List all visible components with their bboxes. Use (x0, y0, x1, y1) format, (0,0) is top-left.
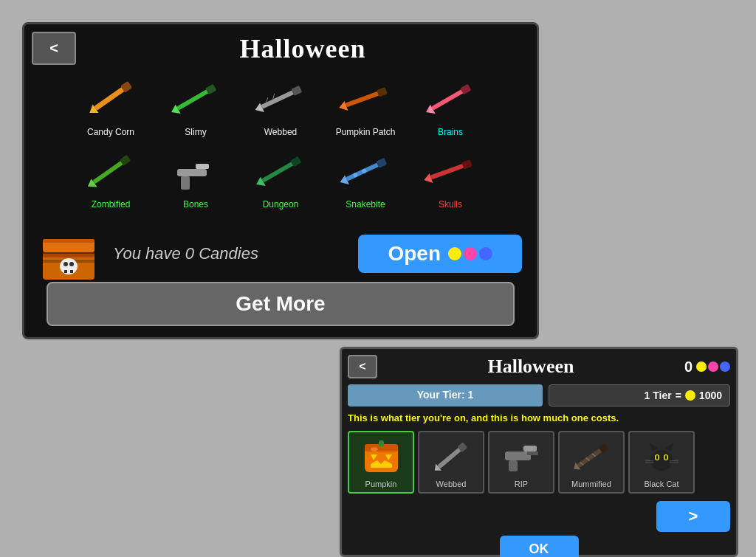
next-row: > (348, 501, 730, 532)
candies-text: You have 0 Candies (113, 244, 343, 263)
svg-marker-67 (649, 442, 658, 452)
knife-img-webbed (250, 72, 312, 124)
candy-count-value: 0 (684, 359, 693, 376)
bottom-panel-header: < Halloween 0 (348, 355, 730, 378)
knife-item-bones[interactable]: Bones (159, 145, 233, 210)
ball-pink-sm (708, 361, 718, 372)
knife-img-slimy (165, 72, 227, 124)
item-webbed[interactable]: Webbed (418, 431, 484, 494)
knife-item-dungeon[interactable]: Dungeon (244, 145, 317, 210)
knife-item-zombified[interactable]: Zombified (74, 145, 148, 210)
ball-blue (479, 247, 492, 260)
svg-rect-45 (43, 239, 94, 243)
top-panel-title: Halloween (76, 33, 529, 64)
item-label-pumpkin: Pumpkin (365, 480, 397, 488)
knife-item-brains[interactable]: Brains (413, 72, 487, 137)
ok-button[interactable]: OK (500, 536, 579, 557)
next-button[interactable]: > (656, 501, 730, 532)
knife-img-dungeon (250, 145, 312, 196)
knife-img-skulls (419, 145, 482, 196)
knife-label-zombified: Zombified (92, 199, 131, 210)
svg-rect-41 (64, 270, 67, 273)
black-cat-icon (639, 436, 684, 477)
bottom-candy-count: 0 (684, 359, 730, 376)
top-panel-header: < Halloween (32, 32, 529, 65)
svg-rect-21 (196, 164, 209, 169)
info-text: This is what tier you're on, and this is… (348, 412, 730, 423)
top-back-button[interactable]: < (32, 32, 76, 65)
candy-balls (448, 247, 492, 260)
ball-eq (685, 390, 695, 401)
knife-row-2: Zombified Bones (32, 145, 529, 210)
pumpkin-icon (359, 436, 403, 477)
svg-point-72 (664, 455, 667, 460)
knife-label-webbed: Webbed (264, 127, 297, 137)
equals-sign: = (676, 390, 681, 401)
knife-item-snakebite[interactable]: Snakebite (329, 145, 402, 210)
item-rip[interactable]: RIP (488, 431, 554, 494)
ball-pink (464, 247, 477, 260)
knife-item-webbed[interactable]: Webbed (244, 72, 317, 137)
knife-item-skulls[interactable]: Skulls (413, 145, 487, 210)
get-more-button[interactable]: Get More (47, 282, 515, 326)
item-label-mummified: Mummified (571, 480, 611, 488)
knife-img-zombified (80, 145, 142, 196)
knife-img-candy-corn (80, 72, 142, 124)
knife-img-brains (419, 72, 482, 124)
items-row: Pumpkin Webbed (348, 431, 730, 494)
svg-rect-11 (346, 89, 383, 106)
svg-rect-22 (181, 176, 190, 190)
knife-label-pumpkin-patch: Pumpkin Patch (336, 127, 396, 137)
open-button[interactable]: Open (358, 235, 522, 273)
knife-img-bones (165, 145, 227, 196)
open-label: Open (388, 242, 441, 266)
svg-rect-58 (509, 460, 518, 471)
mummified-icon (569, 436, 614, 477)
bottom-panel-title: Halloween (377, 356, 684, 378)
knife-item-pumpkin-patch[interactable]: Pumpkin Patch (329, 72, 402, 137)
item-label-black-cat: Black Cat (644, 480, 678, 488)
item-mummified[interactable]: Mummified (558, 431, 625, 494)
svg-rect-51 (379, 440, 384, 446)
svg-rect-20 (177, 169, 207, 176)
svg-rect-57 (523, 446, 537, 452)
tier-cost-label: 1 Tier (645, 390, 672, 401)
svg-rect-43 (67, 270, 70, 273)
knife-item-slimy[interactable]: Slimy (159, 72, 233, 137)
svg-rect-42 (70, 270, 73, 273)
svg-point-66 (650, 450, 673, 471)
bottom-back-button[interactable]: < (348, 355, 377, 378)
knife-img-pumpkin-patch (334, 72, 397, 124)
item-label-webbed: Webbed (436, 480, 467, 488)
svg-marker-68 (665, 442, 674, 452)
knife-label-slimy: Slimy (185, 127, 206, 137)
svg-rect-59 (527, 452, 538, 455)
top-panel: < Halloween Candy Corn (22, 22, 539, 339)
knife-label-skulls: Skulls (439, 199, 462, 210)
knife-item-candy-corn[interactable]: Candy Corn (74, 72, 148, 137)
knife-label-bones: Bones (183, 199, 208, 210)
bottom-buttons: > OK (348, 501, 730, 557)
svg-point-40 (69, 262, 74, 266)
knife-row-1: Candy Corn Slimy (32, 72, 529, 137)
svg-rect-6 (261, 89, 298, 108)
svg-point-39 (63, 262, 68, 266)
ball-yellow (448, 247, 461, 260)
item-pumpkin[interactable]: Pumpkin (348, 431, 414, 494)
knife-img-snakebite (334, 145, 397, 196)
knife-label-brains: Brains (438, 127, 463, 137)
ball-blue-sm (720, 361, 730, 372)
knife-label-candy-corn: Candy Corn (87, 127, 134, 137)
tier-cost-box: 1 Tier = 1000 (549, 384, 730, 406)
item-black-cat[interactable]: Black Cat (628, 431, 695, 494)
tier-row: Your Tier: 1 1 Tier = 1000 (348, 384, 730, 406)
webbed-knife-icon (429, 436, 473, 477)
tier-cost-value: 1000 (699, 390, 722, 401)
your-tier-box: Your Tier: 1 (348, 384, 543, 406)
bottom-panel: < Halloween 0 Your Tier: 1 1 Tier = 1000… (340, 347, 738, 557)
chest-icon (39, 224, 98, 283)
item-label-rip: RIP (515, 480, 528, 488)
svg-rect-31 (430, 162, 468, 179)
svg-point-71 (656, 455, 658, 460)
knife-label-snakebite: Snakebite (346, 199, 385, 210)
